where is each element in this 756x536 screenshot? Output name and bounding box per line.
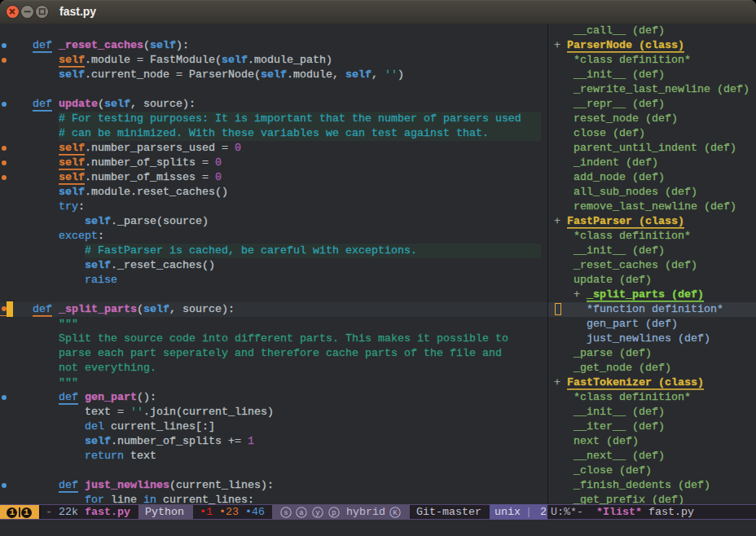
svg-text:s: s (284, 509, 288, 517)
svg-text:p: p (332, 509, 336, 517)
svg-text:K: K (393, 509, 398, 517)
svg-text:a: a (299, 509, 304, 517)
svg-text:y: y (315, 509, 320, 517)
